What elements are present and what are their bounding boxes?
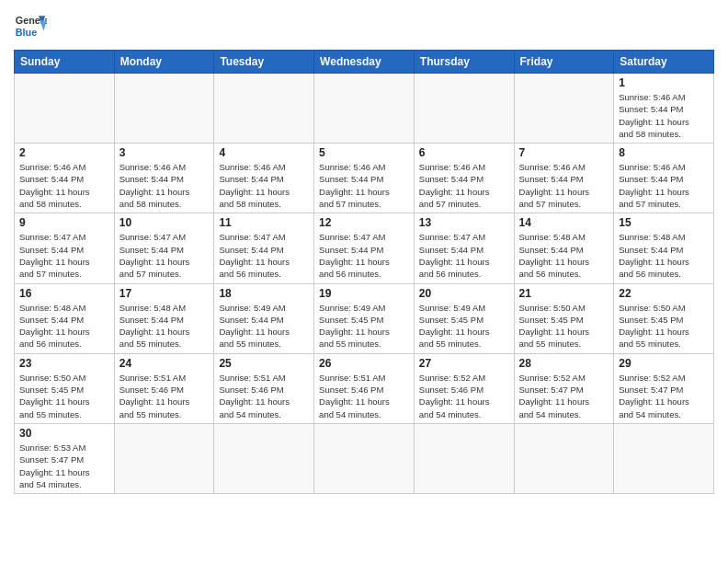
day-info: Sunrise: 5:46 AMSunset: 5:44 PMDaylight:… (519, 161, 609, 210)
day-info: Sunrise: 5:47 AMSunset: 5:44 PMDaylight:… (219, 231, 309, 280)
day-number: 19 (319, 287, 409, 300)
calendar-day-cell: 6Sunrise: 5:46 AMSunset: 5:44 PMDaylight… (414, 144, 514, 213)
calendar-day-cell: 9Sunrise: 5:47 AMSunset: 5:44 PMDaylight… (15, 213, 115, 283)
calendar-day-cell: 29Sunrise: 5:52 AMSunset: 5:47 PMDayligh… (614, 353, 714, 423)
day-info: Sunrise: 5:49 AMSunset: 5:44 PMDaylight:… (219, 302, 309, 350)
day-number: 3 (119, 146, 210, 159)
day-info: Sunrise: 5:48 AMSunset: 5:44 PMDaylight:… (119, 302, 210, 350)
calendar-day-cell: 25Sunrise: 5:51 AMSunset: 5:46 PMDayligh… (214, 353, 314, 423)
calendar-day-cell: 2Sunrise: 5:46 AMSunset: 5:44 PMDaylight… (15, 144, 115, 213)
calendar-day-cell: 5Sunrise: 5:46 AMSunset: 5:44 PMDaylight… (314, 144, 415, 213)
calendar-day-cell (214, 423, 314, 493)
calendar-day-cell: 19Sunrise: 5:49 AMSunset: 5:45 PMDayligh… (314, 283, 415, 353)
day-number: 28 (519, 357, 609, 370)
calendar-day-cell: 1Sunrise: 5:46 AMSunset: 5:44 PMDaylight… (614, 74, 714, 144)
calendar-day-cell (214, 74, 314, 144)
day-number: 8 (619, 146, 709, 159)
day-info: Sunrise: 5:48 AMSunset: 5:44 PMDaylight:… (619, 231, 709, 280)
header: General Blue (14, 9, 714, 42)
day-info: Sunrise: 5:52 AMSunset: 5:46 PMDaylight:… (419, 372, 509, 420)
calendar-week-4: 23Sunrise: 5:50 AMSunset: 5:45 PMDayligh… (15, 353, 714, 423)
day-number: 7 (519, 146, 609, 159)
day-info: Sunrise: 5:50 AMSunset: 5:45 PMDaylight:… (519, 302, 609, 350)
calendar-day-cell (414, 423, 514, 493)
calendar-day-cell: 18Sunrise: 5:49 AMSunset: 5:44 PMDayligh… (214, 283, 314, 353)
day-info: Sunrise: 5:47 AMSunset: 5:44 PMDaylight:… (419, 231, 509, 280)
calendar-day-cell (414, 74, 514, 144)
calendar-day-cell: 13Sunrise: 5:47 AMSunset: 5:44 PMDayligh… (414, 213, 514, 283)
day-info: Sunrise: 5:53 AMSunset: 5:47 PMDaylight:… (19, 442, 109, 490)
svg-text:Blue: Blue (16, 27, 37, 38)
day-number: 30 (19, 427, 109, 440)
calendar-day-cell: 8Sunrise: 5:46 AMSunset: 5:44 PMDaylight… (614, 144, 714, 213)
calendar-week-2: 9Sunrise: 5:47 AMSunset: 5:44 PMDaylight… (15, 213, 714, 283)
day-info: Sunrise: 5:48 AMSunset: 5:44 PMDaylight:… (519, 231, 609, 280)
day-info: Sunrise: 5:46 AMSunset: 5:44 PMDaylight:… (319, 161, 409, 210)
day-number: 18 (219, 287, 309, 300)
day-info: Sunrise: 5:46 AMSunset: 5:44 PMDaylight:… (419, 161, 509, 210)
day-info: Sunrise: 5:46 AMSunset: 5:44 PMDaylight:… (219, 161, 309, 210)
calendar-day-cell (114, 74, 214, 144)
day-info: Sunrise: 5:52 AMSunset: 5:47 PMDaylight:… (619, 372, 709, 420)
day-number: 2 (19, 146, 109, 159)
day-info: Sunrise: 5:46 AMSunset: 5:44 PMDaylight:… (619, 161, 709, 210)
calendar-day-cell: 3Sunrise: 5:46 AMSunset: 5:44 PMDaylight… (114, 144, 214, 213)
calendar-day-cell: 15Sunrise: 5:48 AMSunset: 5:44 PMDayligh… (614, 213, 714, 283)
calendar-day-cell: 7Sunrise: 5:46 AMSunset: 5:44 PMDaylight… (514, 144, 614, 213)
page: General Blue SundayMondayTuesdayWednesda… (0, 0, 728, 503)
calendar-header-row: SundayMondayTuesdayWednesdayThursdayFrid… (15, 51, 714, 74)
day-info: Sunrise: 5:47 AMSunset: 5:44 PMDaylight:… (319, 231, 409, 280)
calendar-day-cell (15, 74, 115, 144)
day-number: 23 (19, 357, 109, 370)
day-info: Sunrise: 5:48 AMSunset: 5:44 PMDaylight:… (19, 302, 109, 350)
calendar-day-cell: 28Sunrise: 5:52 AMSunset: 5:47 PMDayligh… (514, 353, 614, 423)
day-info: Sunrise: 5:47 AMSunset: 5:44 PMDaylight:… (119, 231, 210, 280)
day-number: 12 (319, 216, 409, 229)
calendar-day-cell (514, 74, 614, 144)
day-number: 29 (619, 357, 709, 370)
day-number: 5 (319, 146, 409, 159)
calendar-day-cell: 20Sunrise: 5:49 AMSunset: 5:45 PMDayligh… (414, 283, 514, 353)
day-number: 13 (419, 216, 509, 229)
day-number: 24 (119, 357, 210, 370)
calendar-day-cell: 11Sunrise: 5:47 AMSunset: 5:44 PMDayligh… (214, 213, 314, 283)
calendar-day-cell: 23Sunrise: 5:50 AMSunset: 5:45 PMDayligh… (15, 353, 115, 423)
col-header-wednesday: Wednesday (314, 51, 415, 74)
day-number: 16 (19, 287, 109, 300)
calendar-week-3: 16Sunrise: 5:48 AMSunset: 5:44 PMDayligh… (15, 283, 714, 353)
calendar-week-5: 30Sunrise: 5:53 AMSunset: 5:47 PMDayligh… (15, 423, 714, 493)
calendar-day-cell: 24Sunrise: 5:51 AMSunset: 5:46 PMDayligh… (114, 353, 214, 423)
calendar-day-cell (314, 423, 415, 493)
day-number: 6 (419, 146, 509, 159)
calendar-day-cell: 26Sunrise: 5:51 AMSunset: 5:46 PMDayligh… (314, 353, 415, 423)
day-number: 9 (19, 216, 109, 229)
col-header-monday: Monday (114, 51, 214, 74)
day-number: 4 (219, 146, 309, 159)
day-info: Sunrise: 5:50 AMSunset: 5:45 PMDaylight:… (19, 372, 109, 420)
calendar-day-cell: 27Sunrise: 5:52 AMSunset: 5:46 PMDayligh… (414, 353, 514, 423)
col-header-sunday: Sunday (15, 51, 115, 74)
calendar-day-cell (614, 423, 714, 493)
calendar-day-cell: 12Sunrise: 5:47 AMSunset: 5:44 PMDayligh… (314, 213, 415, 283)
col-header-friday: Friday (514, 51, 614, 74)
logo: General Blue (14, 9, 47, 42)
day-info: Sunrise: 5:50 AMSunset: 5:45 PMDaylight:… (619, 302, 709, 350)
day-number: 26 (319, 357, 409, 370)
col-header-tuesday: Tuesday (214, 51, 314, 74)
calendar-week-1: 2Sunrise: 5:46 AMSunset: 5:44 PMDaylight… (15, 144, 714, 213)
day-number: 10 (119, 216, 210, 229)
calendar-day-cell: 30Sunrise: 5:53 AMSunset: 5:47 PMDayligh… (15, 423, 115, 493)
day-info: Sunrise: 5:51 AMSunset: 5:46 PMDaylight:… (119, 372, 210, 420)
col-header-saturday: Saturday (614, 51, 714, 74)
day-number: 21 (519, 287, 609, 300)
calendar-day-cell: 10Sunrise: 5:47 AMSunset: 5:44 PMDayligh… (114, 213, 214, 283)
day-info: Sunrise: 5:52 AMSunset: 5:47 PMDaylight:… (519, 372, 609, 420)
col-header-thursday: Thursday (414, 51, 514, 74)
day-number: 14 (519, 216, 609, 229)
day-info: Sunrise: 5:47 AMSunset: 5:44 PMDaylight:… (19, 231, 109, 280)
day-info: Sunrise: 5:46 AMSunset: 5:44 PMDaylight:… (619, 91, 709, 140)
calendar-day-cell: 17Sunrise: 5:48 AMSunset: 5:44 PMDayligh… (114, 283, 214, 353)
calendar-week-0: 1Sunrise: 5:46 AMSunset: 5:44 PMDaylight… (15, 74, 714, 144)
calendar-day-cell: 21Sunrise: 5:50 AMSunset: 5:45 PMDayligh… (514, 283, 614, 353)
day-info: Sunrise: 5:49 AMSunset: 5:45 PMDaylight:… (419, 302, 509, 350)
